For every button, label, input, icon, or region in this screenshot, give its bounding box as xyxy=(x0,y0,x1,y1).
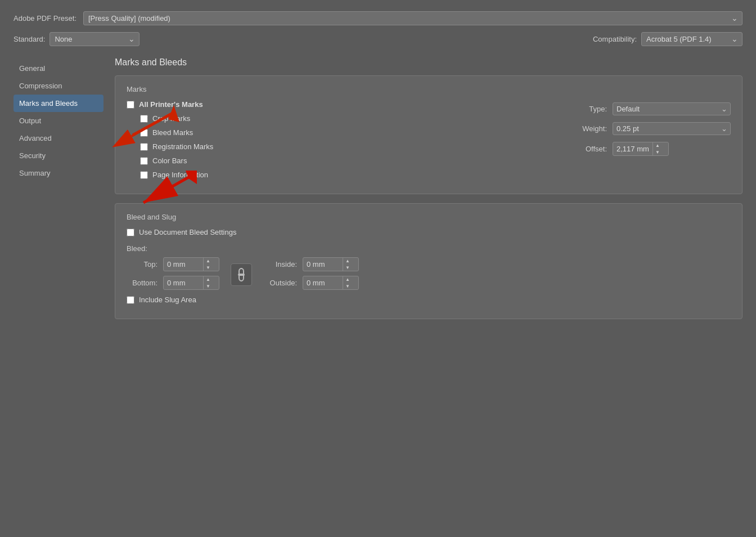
marks-panel: Marks All Printer's Marks Crop Marks xyxy=(115,75,742,194)
registration-marks-row: Registration Marks xyxy=(140,142,551,151)
content-area: Marks and Bleeds Marks All Printer's Mar… xyxy=(104,57,742,508)
page-info-row: Page Information xyxy=(140,171,551,179)
include-slug-row: Include Slug Area xyxy=(127,296,731,304)
bleed-panel: Bleed and Slug Use Document Bleed Settin… xyxy=(115,203,742,319)
inside-down-button[interactable]: ▼ xyxy=(343,265,352,271)
sidebar-item-output-label: Output xyxy=(19,117,41,125)
preset-bar: Adobe PDF Preset: [Press Quality] (modif… xyxy=(14,11,742,25)
include-slug-label[interactable]: Include Slug Area xyxy=(139,296,196,304)
bleed-outside-row: Outside: ▲ ▼ xyxy=(263,276,359,290)
standard-select[interactable]: None xyxy=(50,32,140,46)
outside-down-button[interactable]: ▼ xyxy=(343,283,352,290)
crop-marks-row: Crop Marks xyxy=(140,114,551,123)
sidebar-item-compression-label: Compression xyxy=(19,82,62,90)
all-printers-marks-row: All Printer's Marks xyxy=(127,100,551,109)
bleed-label: Bleed: xyxy=(127,244,731,253)
marks-right: Type: Default Weight: xyxy=(573,100,731,185)
inside-up-button[interactable]: ▲ xyxy=(343,258,352,265)
offset-row: Offset: ▲ ▼ xyxy=(573,142,731,156)
page-info-label[interactable]: Page Information xyxy=(152,171,208,179)
compat-select-wrapper: Acrobat 5 (PDF 1.4) xyxy=(641,32,742,46)
page-info-checkbox[interactable] xyxy=(140,171,148,179)
offset-arrows: ▲ ▼ xyxy=(652,142,662,155)
all-printers-marks-label[interactable]: All Printer's Marks xyxy=(139,100,203,109)
bottom-label: Bottom: xyxy=(127,279,158,287)
sidebar-item-general-label: General xyxy=(19,64,45,73)
top-spinner: ▲ ▼ xyxy=(163,257,219,271)
weight-select-wrapper: 0.25 pt xyxy=(613,122,731,135)
bottom-input[interactable] xyxy=(164,277,203,289)
offset-spinner: ▲ ▼ xyxy=(613,142,669,156)
use-doc-bleed-row: Use Document Bleed Settings xyxy=(127,228,731,236)
standard-label: Standard: xyxy=(14,35,45,43)
type-select-wrapper: Default xyxy=(613,102,731,115)
color-bars-checkbox[interactable] xyxy=(140,157,148,165)
bleed-marks-checkbox[interactable] xyxy=(140,129,148,137)
registration-marks-checkbox[interactable] xyxy=(140,143,148,151)
bottom-arrows: ▲ ▼ xyxy=(203,276,213,289)
sidebar-item-summary-label: Summary xyxy=(19,169,51,177)
weight-label: Weight: xyxy=(573,124,607,133)
compat-right: Compatibility: Acrobat 5 (PDF 1.4) xyxy=(593,32,742,46)
bottom-spinner: ▲ ▼ xyxy=(163,276,219,290)
sidebar-item-security-label: Security xyxy=(19,151,46,160)
offset-input[interactable] xyxy=(613,143,652,155)
bleed-inside-row: Inside: ▲ ▼ xyxy=(263,257,359,271)
top-down-button[interactable]: ▼ xyxy=(204,265,213,271)
bleed-bottom-row: Bottom: ▲ ▼ xyxy=(127,276,219,290)
link-button[interactable] xyxy=(231,263,252,286)
offset-up-button[interactable]: ▲ xyxy=(653,142,662,149)
top-input[interactable] xyxy=(164,258,203,270)
sidebar: General Compression Marks and Bleeds Out… xyxy=(14,57,104,508)
standard-bar: Standard: None Compatibility: Acrobat 5 … xyxy=(14,32,742,46)
weight-row: Weight: 0.25 pt xyxy=(573,122,731,135)
standard-left: Standard: None xyxy=(14,32,593,46)
use-doc-bleed-label[interactable]: Use Document Bleed Settings xyxy=(139,228,236,236)
bleed-top-row: Top: ▲ ▼ xyxy=(127,257,219,271)
type-label: Type: xyxy=(573,105,607,113)
outside-label: Outside: xyxy=(263,279,297,287)
sidebar-item-summary[interactable]: Summary xyxy=(14,164,104,182)
standard-select-wrapper: None xyxy=(50,32,140,46)
outside-up-button[interactable]: ▲ xyxy=(343,276,352,283)
preset-select-wrapper: [Press Quality] (modified) xyxy=(83,11,742,25)
top-arrows: ▲ ▼ xyxy=(203,258,213,271)
preset-select[interactable]: [Press Quality] (modified) xyxy=(83,11,742,25)
outside-input[interactable] xyxy=(303,277,343,289)
pdf-export-dialog: Adobe PDF Preset: [Press Quality] (modif… xyxy=(0,0,756,537)
crop-marks-checkbox[interactable] xyxy=(140,115,148,123)
sidebar-item-advanced[interactable]: Advanced xyxy=(14,129,104,147)
preset-label: Adobe PDF Preset: xyxy=(14,14,76,23)
compat-label: Compatibility: xyxy=(593,35,637,43)
crop-marks-label[interactable]: Crop Marks xyxy=(152,114,190,123)
inside-label: Inside: xyxy=(263,260,297,268)
sidebar-item-security[interactable]: Security xyxy=(14,147,104,164)
sidebar-item-marks-and-bleeds[interactable]: Marks and Bleeds xyxy=(14,95,104,112)
inside-input[interactable] xyxy=(303,258,343,270)
weight-select[interactable]: 0.25 pt xyxy=(613,122,731,135)
marks-left: All Printer's Marks Crop Marks Bleed Mar… xyxy=(127,100,551,185)
top-up-button[interactable]: ▲ xyxy=(204,258,213,265)
outside-spinner: ▲ ▼ xyxy=(303,276,359,290)
main-area: General Compression Marks and Bleeds Out… xyxy=(14,57,742,508)
all-printers-marks-checkbox[interactable] xyxy=(127,101,134,109)
sidebar-item-general[interactable]: General xyxy=(14,60,104,77)
use-doc-bleed-checkbox[interactable] xyxy=(127,229,134,236)
bottom-up-button[interactable]: ▲ xyxy=(204,276,213,283)
sidebar-item-compression[interactable]: Compression xyxy=(14,77,104,95)
sidebar-item-output[interactable]: Output xyxy=(14,112,104,129)
inside-arrows: ▲ ▼ xyxy=(343,258,352,271)
bottom-down-button[interactable]: ▼ xyxy=(204,283,213,290)
registration-marks-label[interactable]: Registration Marks xyxy=(152,142,213,151)
bleed-marks-label[interactable]: Bleed Marks xyxy=(152,128,193,137)
top-label: Top: xyxy=(127,260,158,268)
offset-down-button[interactable]: ▼ xyxy=(653,149,662,156)
sidebar-item-advanced-label: Advanced xyxy=(19,134,52,142)
type-select[interactable]: Default xyxy=(613,102,731,115)
bleed-fields: Top: ▲ ▼ Bottom: xyxy=(127,257,731,290)
compat-select[interactable]: Acrobat 5 (PDF 1.4) xyxy=(641,32,742,46)
color-bars-label[interactable]: Color Bars xyxy=(152,156,187,165)
include-slug-checkbox[interactable] xyxy=(127,296,134,304)
bleed-right-col: Inside: ▲ ▼ Outside: xyxy=(263,257,359,290)
inside-spinner: ▲ ▼ xyxy=(303,257,359,271)
